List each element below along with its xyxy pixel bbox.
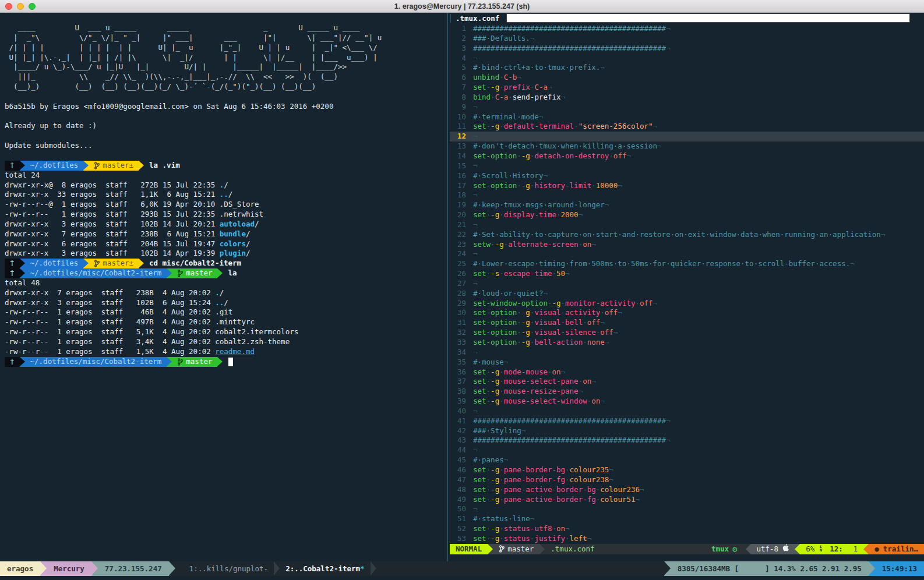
eol-marker: ¬ [543,171,548,180]
readme-link[interactable]: readme.md [215,347,255,357]
code-line: 17set-option·-g·history-limit·10000¬ [450,181,924,191]
code-line: 13#·don't·detach·tmux·when·killing·a·ses… [450,142,924,151]
code-token: -g [491,397,499,405]
terminal-text: drwxr-xr-x 6 eragos staff 204B 15 Jul 19… [5,239,220,249]
code-line: 11set·-g·default-terminal·"screen-256col… [450,122,924,132]
prompt-branch-segment: master± [89,259,139,268]
code-token: #·Lower·escape·timing·from·500ms·to·50ms… [473,259,850,268]
line-number: 26 [450,269,466,279]
zoom-button[interactable] [29,3,36,10]
apple-icon [782,544,789,554]
shell-pane[interactable]: ____ U ___ u _____ _____ _ U _____ u ___… [0,13,446,561]
code-text: set-option·-g·detach-on-destroy·off¬ [473,151,631,161]
ascii-banner-line: |____/ u \_)-\___/ u |_|U |_| U/| | |___… [5,62,446,72]
code-token: · [517,181,521,190]
code-token: on [552,367,561,376]
vim-pane[interactable]: .tmux.conf 1############################… [450,13,924,561]
terminal-text: bundle [220,229,246,239]
pane-divider[interactable] [447,13,448,561]
code-token: 10000 [596,181,618,190]
code-text: ¬ [473,190,478,200]
line-number: 10 [450,112,466,122]
powerline-arrow [863,544,869,554]
code-text: ¬ [473,445,478,455]
code-text: set·-g·mouse-resize-pane¬ [473,387,583,397]
line-number: 44 [450,445,466,455]
code-token: ###·Styling [473,426,521,435]
code-line: 30set-option·-g·visual-activity·off¬ [450,308,924,318]
code-text: set-option·-g·visual-activity·off¬ [473,308,622,318]
line-number: 8 [450,93,466,102]
line-number: 17 [450,181,466,191]
eol-marker: ¬ [561,367,566,376]
code-line: 18¬ [450,190,924,200]
line-number: 41 [450,416,466,426]
eol-marker: ¬ [600,318,605,327]
shell-prompt: †~/.dotfilesmaster±cd misc/Cobalt2-iterm [5,259,446,268]
terminal-row: -rw-r--r--@ 1 eragos staff 6,0K 19 Apr 2… [5,200,446,210]
code-token: · [499,367,504,376]
terminal-text: drwxr-xr-x 3 eragos staff 102B 14 Jul 20… [5,220,220,229]
code-token: "screen-256color" [579,122,653,130]
code-token: · [486,210,491,219]
eol-marker: ¬ [473,279,478,288]
code-token: pane-border-bg [504,465,565,474]
code-token: on [591,397,600,405]
code-token: 2000 [561,210,579,219]
ascii-banner-line: (__)_) (__) (__) (__)(__)(_/ \_)-´ `-(_/… [5,82,446,92]
code-token: off [640,299,653,307]
tmux-clock: 15:49:13 [875,561,924,576]
ascii-banner-text: ____ U ___ u _____ _____ _ U _____ u ___… [5,23,360,33]
code-token: · [635,299,640,307]
eol-marker: ¬ [618,181,622,190]
branch-icon [94,162,100,169]
ascii-banner-text: U| |_| |\.-,_| | |_| | /| |\ \| _|/ | | … [5,53,378,63]
code-line: 41######################################… [450,416,924,426]
vim-tab-label[interactable]: .tmux.conf [450,14,505,23]
powerline-arrow [795,544,800,554]
terminal-text: -rw-r--r-- 1 eragos staff 1,5K 4 Aug 20:… [5,347,215,357]
code-token: · [486,387,491,395]
code-token: pane-border-fg [504,475,565,484]
branch-icon [177,270,183,277]
code-token: detach-on-destroy [534,151,609,160]
code-token: C-b [504,73,517,82]
line-number: 47 [450,475,466,485]
terminal-text: . [215,288,220,298]
prompt-segment-text: † [10,357,15,367]
powerline-arrow [274,561,280,576]
code-token: status-utf8 [504,524,552,533]
tmux-window-item[interactable]: 1:..kills/gnuplot- [184,561,274,576]
code-token: · [552,524,557,533]
ascii-banner-text: (__)_) (__) (__) (__)(__)(_/ \_)-´ `-(_/… [5,82,316,92]
tmux-system-stats: 8385/16384MB [ ] 14.3% 2.65 2.91 2.95 [671,561,869,576]
code-token: · [561,299,566,307]
terminal-text: drwxr-xr-x 7 eragos staff 238B 6 Aug 15:… [5,229,220,239]
code-token: · [565,465,570,474]
powerline-arrow [217,357,223,367]
code-token: off [587,318,601,327]
eol-marker: ¬ [473,220,478,229]
statusline-filename: .tmux.conf [545,544,600,554]
scroll-percent: 6% [806,544,814,554]
code-token: -g [491,210,499,219]
code-token: status-justify [504,534,565,543]
code-token: · [565,475,570,484]
code-token: set-option [473,328,517,337]
tmux-window-active[interactable]: 2:..Cobalt2-iterm* [280,561,370,576]
line-number: 52 [450,524,466,534]
close-button[interactable] [5,3,12,10]
terminal-text: total 48 [5,278,40,288]
code-text: set·-g·mode-mouse·on¬ [473,367,565,377]
minimize-button[interactable] [17,3,24,10]
code-text: set-option·-g·history-limit·10000¬ [473,181,622,191]
line-number: 22 [450,230,466,240]
line-number: 6 [450,73,466,83]
vim-buffer[interactable]: 1#######################################… [450,24,924,544]
eol-marker: ¬ [626,151,631,160]
code-token: -g [491,475,499,484]
code-text: #·panes¬ [473,455,508,465]
eol-marker: ¬ [473,190,478,199]
tmux-ip-address: 77.23.155.247 [98,561,169,576]
code-text: ########################################… [473,416,671,426]
